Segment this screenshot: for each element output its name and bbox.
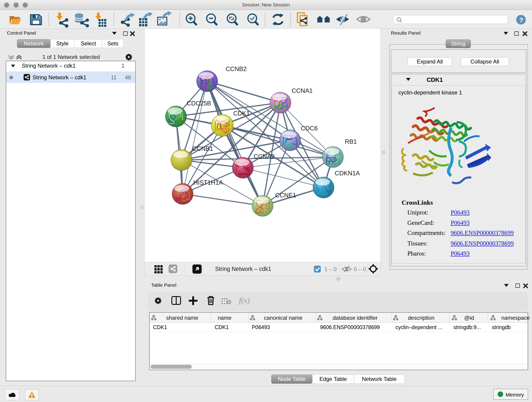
svg-text:CCNB1: CCNB1: [192, 145, 213, 152]
svg-text:CDKN1A: CDKN1A: [335, 170, 360, 177]
svg-text:CDC25B: CDC25B: [187, 100, 211, 107]
svg-text:CCNA1: CCNA1: [292, 87, 313, 94]
svg-text:HIST1H1A: HIST1H1A: [193, 179, 223, 186]
svg-text:CCNA2: CCNA2: [254, 153, 275, 160]
svg-text:CDK1: CDK1: [233, 110, 250, 117]
svg-text:CCNB2: CCNB2: [226, 65, 247, 72]
svg-text:RB1: RB1: [345, 138, 357, 145]
svg-text:CCNE1: CCNE1: [275, 192, 296, 199]
svg-text:CDC6: CDC6: [301, 125, 318, 132]
